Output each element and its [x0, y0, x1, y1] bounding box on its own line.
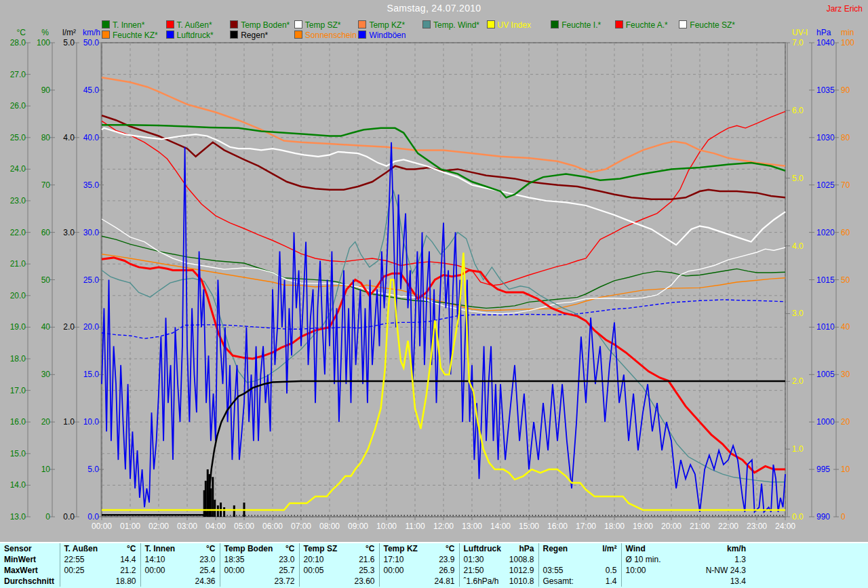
x-tick-label: 22:00	[718, 522, 738, 531]
axis-tick-label: 24.0	[10, 164, 26, 174]
statistics-table: SensorT. Außen°CT. Innen°CTemp Boden°CTe…	[0, 542, 868, 588]
axis-unit-lm2: l/m²	[62, 28, 76, 37]
table-filler	[750, 554, 868, 565]
axis-tick-label: 80	[841, 133, 850, 142]
axis-tick-label: 5.0	[87, 465, 99, 474]
table-cell-t-au-en: 00:2521.2	[60, 565, 140, 576]
table-cell-temp-sz: Temp SZ°C	[299, 543, 379, 554]
x-tick-label: 10:00	[376, 522, 397, 531]
table-cell-luftdruck: ˆ1.6hPa/h1010.8	[459, 576, 538, 587]
axis-tick-label: 1005	[816, 370, 835, 379]
table-cell-temp-sz: 00:0525.3	[299, 565, 379, 576]
axis-tick-label: 100	[37, 38, 50, 47]
x-tick-label: 21:00	[690, 522, 710, 531]
table-cell-temp-sz: 23.60	[299, 576, 379, 587]
table-cell-temp-boden: 23.72	[220, 576, 299, 587]
axis-tick-label: 26.0	[10, 101, 26, 111]
table-cell-temp-kz: Temp KZ°C	[379, 543, 459, 554]
x-tick-label: 00:00	[92, 522, 112, 531]
x-tick-label: 04:00	[205, 522, 226, 531]
x-tick-label: 18:00	[604, 522, 625, 531]
table-row-label: MinWert	[0, 554, 60, 565]
table-cell-temp-sz: 20:1021.6	[299, 554, 379, 565]
table-row-label: Durchschnitt	[0, 576, 60, 587]
axis-tick-label: 3.0	[792, 309, 804, 318]
axis-tick-label: 10	[841, 465, 850, 474]
axis-tick-label: 20	[841, 417, 850, 427]
axis-tick-label: 18.0	[10, 354, 26, 364]
axis-tick-label: 21.0	[10, 259, 26, 269]
table-cell-t-au-en: T. Außen°C	[60, 543, 140, 554]
axis-tick-label: 100	[841, 38, 854, 47]
axis-tick-label: 1025	[816, 180, 835, 190]
axis-tick-label: 4.0	[792, 241, 804, 251]
x-tick-label: 23:00	[747, 522, 767, 531]
table-cell-temp-boden: 18:3523.0	[220, 554, 299, 565]
table-cell-luftdruck: LuftdruckhPa	[459, 543, 538, 554]
axis-tick-label: 40.0	[83, 133, 100, 142]
x-tick-label: 01:00	[120, 522, 140, 531]
table-cell-t-innen: T. Innen°C	[140, 543, 220, 554]
axis-tick-label: 17.0	[10, 386, 26, 395]
axis-tick-label: 7.0	[792, 38, 804, 47]
axis-tick-label: 0.0	[792, 512, 804, 522]
table-cell-temp-kz: 00:0026.9	[379, 565, 459, 576]
axis-tick-label: 1.0	[792, 444, 804, 454]
table-filler	[750, 565, 868, 576]
x-tick-label: 14:00	[490, 522, 511, 531]
table-row-label: Sensor	[0, 543, 60, 554]
table-cell-wind: 10:00N-NW 24.3	[621, 565, 750, 576]
axis-tick-label: 28.0	[10, 38, 26, 47]
axis-tick-label: 14.0	[10, 480, 26, 490]
x-tick-label: 02:00	[149, 522, 169, 531]
axis-tick-label: 35.0	[83, 180, 100, 190]
axis-tick-label: 19.0	[10, 322, 26, 332]
x-tick-label: 08:00	[319, 522, 340, 531]
axis-tick-label: 10.0	[83, 417, 100, 427]
axis-tick-label: 50.0	[83, 38, 100, 47]
axis-tick-label: 5.0	[63, 38, 75, 47]
table-cell-luftdruck: 21:501012.9	[459, 565, 538, 576]
axis-tick-label: 995	[816, 465, 830, 474]
weather-chart-screen: Samstag, 24.07.2010 Jarz Erich T. Innen*…	[0, 0, 868, 588]
x-tick-label: 12:00	[433, 522, 454, 531]
axis-tick-label: 50	[41, 275, 51, 285]
axis-tick-label: 6.0	[792, 106, 804, 115]
table-cell-t-au-en: 22:5514.4	[60, 554, 140, 565]
table-filler	[750, 543, 868, 554]
axis-tick-label: 13.0	[10, 512, 26, 522]
axis-unit-kmh: km/h	[83, 28, 100, 37]
axis-tick-label: 2.0	[63, 322, 75, 332]
axis-tick-label: 30.0	[83, 228, 100, 237]
x-tick-label: 07:00	[291, 522, 311, 531]
table-filler	[750, 576, 868, 587]
table-cell-t-innen: 00:0025.4	[140, 565, 220, 576]
axis-tick-label: 30	[41, 370, 51, 379]
axis-tick-label: 0.0	[87, 512, 99, 522]
axis-tick-label: 20.0	[10, 291, 26, 300]
axis-tick-label: 1.0	[63, 417, 75, 427]
axis-unit-min: min	[841, 28, 854, 37]
axis-tick-label: 90	[841, 85, 850, 95]
axis-tick-label: 25.0	[83, 275, 100, 285]
axis-tick-label: 30	[841, 370, 850, 379]
axis-tick-label: 27.0	[10, 70, 26, 79]
x-tick-label: 16:00	[547, 522, 568, 531]
axis-tick-label: 15.0	[83, 370, 100, 379]
axis-tick-label: 60	[41, 228, 51, 237]
axis-tick-label: 2.0	[792, 376, 804, 386]
axis-tick-label: 16.0	[10, 417, 26, 427]
axis-tick-label: 5.0	[792, 174, 804, 183]
axis-tick-label: 1015	[816, 275, 835, 285]
axis-unit-degC: °C	[17, 28, 26, 37]
axis-tick-label: 1030	[816, 133, 835, 142]
table-cell-regen	[538, 554, 621, 565]
axis-tick-label: 23.0	[10, 196, 26, 205]
axis-tick-label: 80	[41, 133, 51, 142]
table-cell-temp-boden: Temp Boden°C	[220, 543, 299, 554]
x-tick-label: 19:00	[633, 522, 653, 531]
x-tick-label: 13:00	[462, 522, 482, 531]
axis-tick-label: 40	[41, 322, 51, 332]
axis-tick-label: 1010	[816, 322, 835, 332]
table-cell-regen: 03:550.5	[538, 565, 621, 576]
